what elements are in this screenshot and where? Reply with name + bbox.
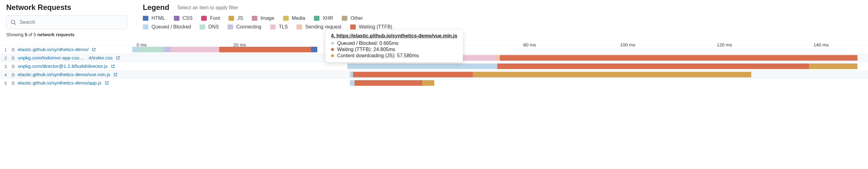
search-input[interactable] bbox=[6, 15, 127, 29]
row-url-tail: .4/index.css bbox=[85, 55, 113, 61]
row-index: 4 bbox=[0, 72, 10, 77]
legend-title: Legend bbox=[143, 3, 169, 12]
bar-segment bbox=[353, 72, 473, 77]
legend-label: Image bbox=[260, 15, 274, 21]
legend-label: Media bbox=[292, 15, 306, 21]
legend-swatch bbox=[228, 16, 234, 21]
external-link-icon[interactable] bbox=[92, 47, 96, 52]
row-bars bbox=[132, 55, 868, 61]
svg-line-1 bbox=[14, 23, 16, 25]
row-url: unpkg.com/todomvc-app-css… .4/index.css bbox=[10, 55, 128, 61]
tooltip-line: Waiting (TTFB): 24.805ms bbox=[331, 47, 457, 52]
tooltip-text: Content downloading (JS): 57.580ms bbox=[337, 53, 419, 58]
external-link-icon[interactable] bbox=[111, 64, 115, 69]
tooltip-title: 4. https://elastic.github.io/synthetics-… bbox=[331, 33, 457, 39]
bar-segment bbox=[495, 55, 500, 61]
legend-label: Connecting bbox=[236, 24, 261, 30]
legend-label: JS bbox=[237, 15, 243, 21]
legend-item[interactable]: JS bbox=[228, 15, 243, 21]
tooltip-line: Queued / Blocked: 0.665ms bbox=[331, 41, 457, 46]
svg-rect-6 bbox=[12, 83, 14, 84]
tooltip-text: Queued / Blocked: 0.665ms bbox=[337, 41, 398, 46]
bar-segment bbox=[219, 47, 311, 52]
tooltip-dot bbox=[331, 48, 334, 51]
page-title: Network Requests bbox=[6, 3, 130, 12]
legend-swatch bbox=[342, 16, 347, 21]
lock-icon bbox=[11, 73, 15, 77]
legend-swatch bbox=[199, 25, 205, 30]
bar-segment bbox=[132, 47, 138, 52]
bar-segment bbox=[171, 47, 219, 52]
legend-item[interactable]: CSS bbox=[174, 15, 193, 21]
row-index: 1 bbox=[0, 47, 10, 52]
tooltip-dot bbox=[331, 42, 334, 45]
bar-segment bbox=[350, 80, 355, 86]
legend-item[interactable]: Sending request bbox=[297, 24, 341, 30]
legend-item[interactable]: Image bbox=[252, 15, 274, 21]
legend-item[interactable]: TLS bbox=[270, 24, 288, 30]
bar-segment bbox=[350, 72, 353, 77]
legend-label: XHR bbox=[322, 15, 333, 21]
row-url-link[interactable]: unpkg.com/director@1.2.8/build/director.… bbox=[18, 64, 108, 69]
legend-hint: Select an item to apply filter bbox=[177, 5, 239, 10]
legend-label: Font bbox=[210, 15, 220, 21]
row-url-link[interactable]: unpkg.com/todomvc-app-css… bbox=[18, 55, 84, 61]
legend-item[interactable]: Waiting (TTFB) bbox=[350, 24, 393, 30]
tooltip: 4. https://elastic.github.io/synthetics-… bbox=[326, 30, 463, 62]
legend-item[interactable]: Media bbox=[283, 15, 306, 21]
lock-icon bbox=[11, 65, 15, 69]
legend-label: Sending request bbox=[305, 24, 341, 30]
svg-rect-5 bbox=[12, 74, 14, 76]
legend-item[interactable]: Queued / Blocked bbox=[143, 24, 191, 30]
row-index: 2 bbox=[0, 55, 10, 61]
bar-segment bbox=[138, 47, 164, 52]
showing-summary: Showing 5 of 5 network requests bbox=[6, 32, 130, 37]
row-url-link[interactable]: elastic.github.io/synthetics-demo/ bbox=[18, 47, 89, 52]
row-url: unpkg.com/director@1.2.8/build/director.… bbox=[10, 64, 128, 69]
row-url-link[interactable]: elastic.github.io/synthetics-demo/app.js bbox=[18, 80, 101, 86]
row-url-link[interactable]: elastic.github.io/synthetics-demo/vue.mi… bbox=[18, 72, 110, 77]
row-url: elastic.github.io/synthetics-demo/ bbox=[10, 47, 128, 52]
svg-point-0 bbox=[11, 20, 14, 24]
legend-label: Other bbox=[350, 15, 363, 21]
external-link-icon[interactable] bbox=[104, 81, 109, 85]
row-index: 3 bbox=[0, 64, 10, 69]
legend-swatch bbox=[174, 16, 180, 21]
table-row[interactable]: 4elastic.github.io/synthetics-demo/vue.m… bbox=[0, 70, 868, 79]
table-row[interactable]: 3unpkg.com/director@1.2.8/build/director… bbox=[0, 62, 868, 70]
row-url: elastic.github.io/synthetics-demo/app.js bbox=[10, 80, 128, 86]
legend-item[interactable]: DNS bbox=[199, 24, 219, 30]
svg-rect-4 bbox=[12, 66, 14, 68]
legend-label: Queued / Blocked bbox=[152, 24, 191, 30]
row-bars bbox=[132, 47, 868, 52]
legend-item[interactable]: Other bbox=[342, 15, 363, 21]
lock-icon bbox=[11, 81, 15, 85]
external-link-icon[interactable] bbox=[116, 56, 120, 60]
legend-item[interactable]: HTML bbox=[143, 15, 165, 21]
legend-item[interactable]: Font bbox=[201, 15, 220, 21]
legend-swatch bbox=[227, 25, 233, 30]
tooltip-text: Waiting (TTFB): 24.805ms bbox=[337, 47, 395, 52]
bar-segment bbox=[809, 64, 858, 69]
bar-segment bbox=[354, 80, 422, 86]
tooltip-dot bbox=[331, 54, 334, 57]
external-link-icon[interactable] bbox=[113, 73, 118, 77]
bar-segment bbox=[497, 64, 809, 69]
legend-swatch bbox=[283, 16, 289, 21]
legend-swatch bbox=[314, 16, 319, 21]
legend-label: Waiting (TTFB) bbox=[359, 24, 393, 30]
bar-segment bbox=[311, 47, 317, 52]
legend-label: CSS bbox=[183, 15, 193, 21]
waterfall-chart: 0 ms20 ms40 ms60 ms80 ms100 ms120 ms140 … bbox=[0, 40, 868, 87]
search-field-wrap bbox=[6, 15, 127, 29]
table-row[interactable]: 5elastic.github.io/synthetics-demo/app.j… bbox=[0, 79, 868, 87]
row-bars bbox=[132, 80, 868, 86]
legend-item[interactable]: Connecting bbox=[227, 24, 261, 30]
row-bars bbox=[132, 72, 868, 77]
legend-item[interactable]: XHR bbox=[314, 15, 333, 21]
legend-swatch bbox=[201, 16, 207, 21]
row-bars bbox=[132, 64, 868, 69]
legend: Legend Select an item to apply filter HT… bbox=[143, 3, 393, 33]
legend-swatch bbox=[143, 16, 148, 21]
legend-swatch bbox=[350, 25, 356, 30]
